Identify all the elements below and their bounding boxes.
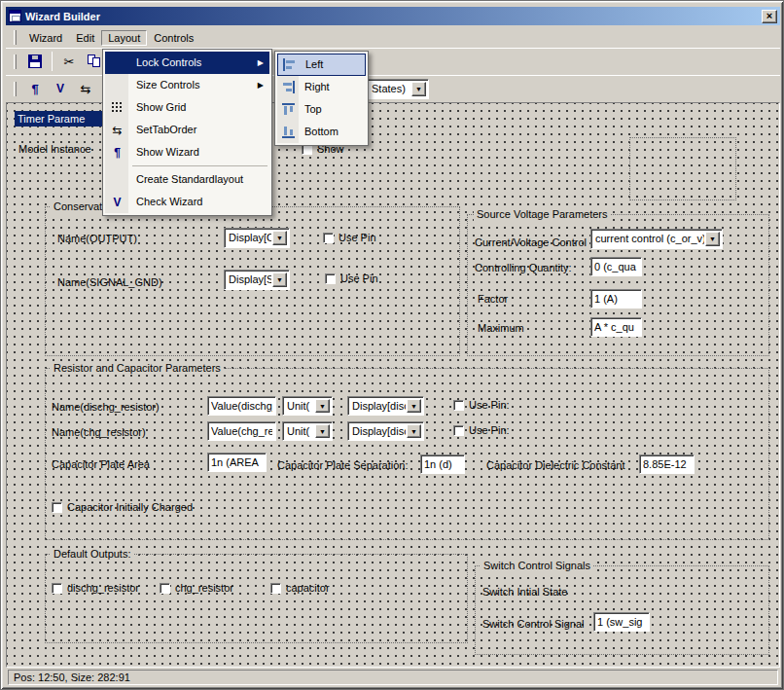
checkbox-box[interactable] xyxy=(52,583,62,594)
checkbox-box[interactable] xyxy=(270,583,281,594)
submenu-item-right[interactable]: Right xyxy=(277,76,366,98)
controlling-quantity-input[interactable] xyxy=(590,257,642,276)
dielectric-input[interactable] xyxy=(639,454,695,474)
chg-unit-combobox[interactable]: Unit( ▼ xyxy=(282,421,333,441)
menu-item-label: SetTabOrder xyxy=(136,124,196,135)
submenu-item-top[interactable]: Top xyxy=(277,98,366,121)
output-usepin-checkbox[interactable]: Use Pin xyxy=(323,232,376,243)
initially-charged-checkbox[interactable]: Capacitor Initially Charged xyxy=(52,501,193,513)
signalgnd-usepin-checkbox[interactable]: Use Pin xyxy=(325,272,378,284)
title-bar[interactable]: Wizard Builder × xyxy=(6,7,780,25)
dielectric-label: Capacitor Dielectric Constant xyxy=(486,459,624,471)
chg-display-combobox[interactable]: Display[dischg ▼ xyxy=(347,421,424,441)
maximum-input[interactable] xyxy=(590,317,642,337)
checkbox-box[interactable] xyxy=(453,425,464,436)
combobox-arrow[interactable]: ▼ xyxy=(315,424,330,438)
chg-value-input[interactable] xyxy=(207,421,276,441)
menu-item-check-wizard[interactable]: V Check Wizard xyxy=(105,191,269,213)
plate-separation-input[interactable] xyxy=(420,454,465,474)
chevron-down-icon: ▼ xyxy=(276,235,283,241)
show-wizard-icon: ¶ xyxy=(31,83,38,95)
menu-item-size-controls[interactable]: Size Controls ▶ xyxy=(105,74,269,96)
factor-input[interactable] xyxy=(590,289,642,309)
combobox-arrow[interactable]: ▼ xyxy=(407,399,421,413)
output-display-combobox[interactable]: Display[OUTPU ▼ xyxy=(224,228,290,248)
toolbar2-grip[interactable] xyxy=(14,82,17,96)
show-wizard-button[interactable]: ¶ xyxy=(23,78,47,99)
checkbox-box[interactable] xyxy=(323,233,334,243)
checkbox-label: capacitor xyxy=(286,582,330,594)
menu-controls[interactable]: Controls xyxy=(147,30,200,46)
rescap-caption: Resistor and Capacitor Parameters xyxy=(51,362,224,375)
submenu-arrow-icon: ▶ xyxy=(258,52,264,74)
status-bar: Pos: 12:50, Size: 282:91 xyxy=(6,669,780,686)
name-output-label: Name(OUTPUT) xyxy=(57,233,137,244)
dischg-usepin-checkbox[interactable]: Use Pin: xyxy=(453,399,510,411)
output-capacitor-checkbox[interactable]: capacitor xyxy=(270,582,330,594)
submenu-item-label: Top xyxy=(304,103,322,115)
dischg-unit-combobox[interactable]: Unit( ▼ xyxy=(282,396,333,416)
checkbox-box[interactable] xyxy=(52,502,62,513)
submenu-item-label: Left xyxy=(305,58,323,70)
combobox-value: Display[dischg xyxy=(352,425,406,437)
checkbox-box[interactable] xyxy=(453,400,464,411)
menu-item-show-grid[interactable]: Show Grid xyxy=(105,96,269,119)
cv-control-combobox[interactable]: current control (c_or_v) ▼ xyxy=(590,229,723,249)
combobox-arrow[interactable]: ▼ xyxy=(315,399,330,413)
menu-edit[interactable]: Edit xyxy=(69,30,101,46)
dischg-display-combobox[interactable]: Display[dischg ▼ xyxy=(347,396,424,416)
checkbox-label: Use Pin xyxy=(340,272,378,284)
dischg-resistor-label: Name(dischg_resistor) xyxy=(52,401,160,413)
states-combobox-value: States) xyxy=(372,83,410,94)
switch-control-group xyxy=(475,565,769,655)
checkbox-label: chg_resistor xyxy=(175,582,233,594)
combobox-arrow[interactable]: ▼ xyxy=(272,272,287,287)
submenu-item-label: Right xyxy=(304,81,330,92)
dischg-value-input[interactable] xyxy=(207,396,276,416)
checkbox-box[interactable] xyxy=(160,583,170,594)
menu-item-create-standardlayout[interactable]: Create Standardlayout xyxy=(105,168,269,191)
save-button[interactable] xyxy=(23,51,47,72)
combobox-value: Unit( xyxy=(287,400,314,412)
submenu-item-left[interactable]: Left xyxy=(277,54,366,76)
copy-icon xyxy=(88,54,101,68)
combobox-arrow[interactable]: ▼ xyxy=(705,232,720,246)
chg-resistor-label: Name(chg_resistor) xyxy=(52,426,146,438)
cut-button[interactable]: ✂ xyxy=(57,51,81,72)
menu-item-settaborder[interactable]: ⇆ SetTabOrder xyxy=(105,119,269,141)
menu-item-lock-controls[interactable]: Lock Controls ▶ xyxy=(105,52,269,74)
grid-icon xyxy=(109,99,125,116)
menu-item-label: Show Wizard xyxy=(136,146,199,158)
check-wizard-button[interactable]: V xyxy=(49,78,72,99)
combobox-arrow[interactable]: ▼ xyxy=(272,231,287,245)
states-combobox-arrow[interactable]: ▼ xyxy=(411,82,426,96)
submenu-item-bottom[interactable]: Bottom xyxy=(277,121,366,143)
factor-label: Factor xyxy=(478,293,508,305)
timer-parameters-caption[interactable]: Timer Parame xyxy=(15,111,103,127)
app-icon[interactable] xyxy=(9,10,21,22)
signalgnd-display-combobox[interactable]: Display[SIGNA ▼ xyxy=(224,270,290,290)
wizard-builder-window: Wizard Builder × Wizard Edit Layout Cont… xyxy=(0,0,784,690)
output-dischg-checkbox[interactable]: dischg_resistor xyxy=(52,582,139,594)
combobox-arrow[interactable]: ▼ xyxy=(407,424,421,438)
chg-usepin-checkbox[interactable]: Use Pin: xyxy=(453,424,510,436)
menubar-grip[interactable] xyxy=(14,30,17,45)
output-chg-checkbox[interactable]: chg_resistor xyxy=(160,582,233,594)
switch-control-caption: Switch Control Signals xyxy=(481,560,593,572)
chevron-down-icon: ▼ xyxy=(276,276,283,283)
default-outputs-group xyxy=(45,554,468,643)
close-button[interactable]: × xyxy=(762,10,777,23)
save-icon xyxy=(28,54,42,68)
checkbox-box[interactable] xyxy=(325,273,336,284)
toolbar-separator xyxy=(52,52,53,71)
switch-control-signal-input[interactable] xyxy=(593,612,650,632)
checkbox-label: Capacitor Initially Charged xyxy=(67,501,193,513)
taborder-button[interactable]: ⇆ xyxy=(74,78,97,99)
plate-area-label: Capacitor Plate Area xyxy=(52,458,150,470)
align-right-icon xyxy=(280,79,297,95)
menu-wizard[interactable]: Wizard xyxy=(22,30,69,46)
menu-layout[interactable]: Layout xyxy=(101,30,147,46)
toolbar1-grip[interactable] xyxy=(14,54,17,69)
plate-area-input[interactable] xyxy=(207,453,267,472)
menu-item-show-wizard[interactable]: ¶ Show Wizard xyxy=(105,141,269,163)
